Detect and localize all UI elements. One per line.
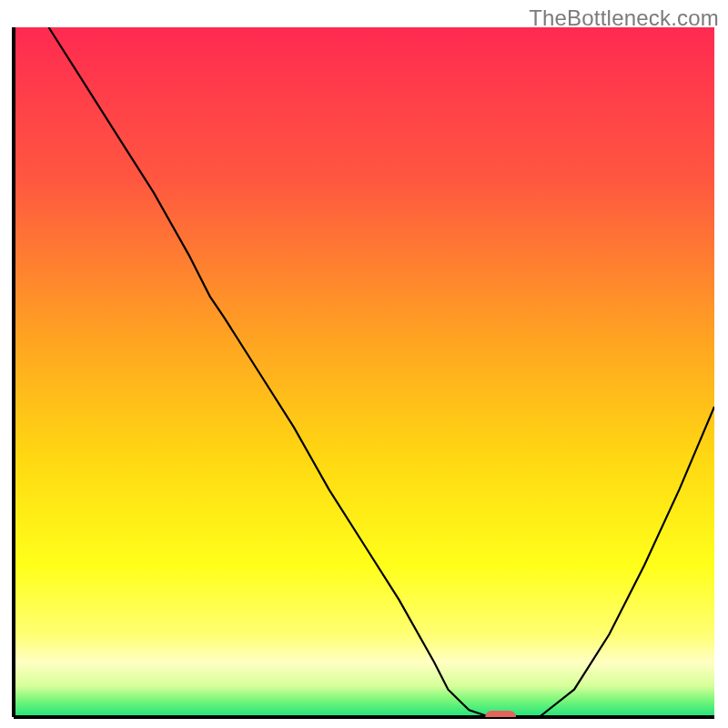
- bottleneck-chart: [0, 0, 728, 728]
- plot-background: [14, 27, 714, 717]
- chart-container: TheBottleneck.com: [0, 0, 728, 728]
- watermark-text: TheBottleneck.com: [529, 5, 719, 31]
- optimal-marker: [485, 711, 516, 723]
